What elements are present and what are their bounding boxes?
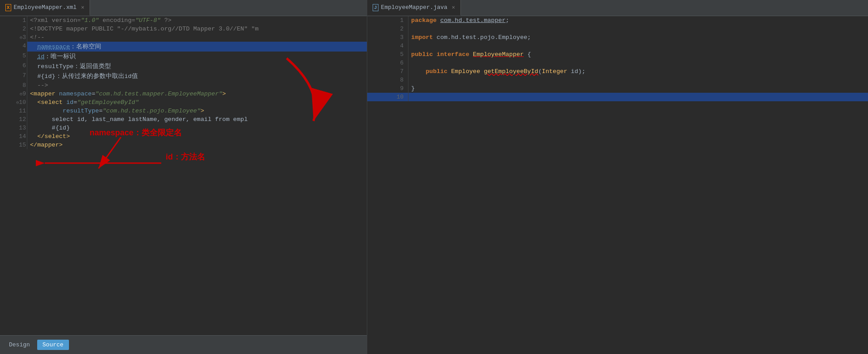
fold-gutter [18, 73, 22, 78]
fold-gutter [18, 54, 22, 59]
line-number-j7: 7 [367, 67, 408, 76]
table-row: 5 public interface EmployeeMapper { [367, 50, 868, 59]
line-content-6: resultType：返回值类型 [27, 61, 367, 71]
fold-gutter [18, 64, 22, 69]
table-row: 14 </select> [0, 132, 367, 141]
fold-gutter[interactable]: ⊖ [14, 100, 19, 105]
java-tab-bar: J EmployeeMapper.java ✕ [367, 0, 868, 16]
java-code-area[interactable]: 1 package com.hd.test.mapper; 2 3 import… [367, 16, 868, 354]
line-number-11: 11 [0, 107, 27, 115]
line-number-13: 13 [0, 124, 27, 132]
line-content-j6 [408, 59, 868, 67]
line-number-9: ⊖9 [0, 90, 27, 98]
table-row: 8 --> [0, 81, 367, 90]
line-content-8: --> [27, 81, 367, 90]
line-content-j8 [408, 76, 868, 84]
xml-editor-panel: X EmployeeMapper.xml ✕ 1 <?xml version="… [0, 0, 367, 354]
line-content-j10 [408, 93, 868, 101]
table-row: 2 [367, 25, 868, 33]
java-tab[interactable]: J EmployeeMapper.java ✕ [367, 0, 461, 16]
table-row: 9 } [367, 84, 868, 93]
line-content-j5: public interface EmployeeMapper { [408, 50, 868, 59]
line-content-12: select id, last_name lastName, gender, e… [27, 115, 367, 124]
table-row: 4 namespace：名称空间 [0, 42, 367, 52]
table-row: 5 id：唯一标识 [0, 52, 367, 61]
line-content-j4 [408, 42, 868, 50]
xml-tab[interactable]: X EmployeeMapper.xml ✕ [0, 0, 90, 16]
xml-tab-close[interactable]: ✕ [81, 4, 84, 11]
line-content-1: <?xml version="1.0" encoding="UTF-8" ?> [27, 16, 367, 25]
fold-gutter [14, 134, 19, 139]
java-tab-label: EmployeeMapper.java [381, 4, 447, 11]
line-number-j3: 3 [367, 33, 408, 42]
line-content-j9: } [408, 84, 868, 93]
fold-gutter [14, 126, 19, 131]
table-row: 2 <!DOCTYPE mapper PUBLIC "-//mybatis.or… [0, 25, 367, 33]
line-number-j2: 2 [367, 25, 408, 33]
table-row: 15 </mapper> [0, 141, 367, 149]
table-row: ⊖10 <select id="getEmployeeById" [0, 98, 367, 107]
java-code-lines: 1 package com.hd.test.mapper; 2 3 import… [367, 16, 868, 101]
line-content-5: id：唯一标识 [27, 52, 367, 61]
fold-gutter [14, 117, 19, 122]
line-number-2: 2 [0, 25, 27, 33]
id-annotation: id：方法名 [166, 151, 205, 162]
line-number-1: 1 [0, 16, 27, 25]
table-row: 7 public Employee getEmployeeById(Intege… [367, 67, 868, 76]
line-content-7: #{id}：从传过来的参数中取出id值 [27, 71, 367, 81]
line-number-15: 15 [0, 141, 27, 149]
line-content-j7: public Employee getEmployeeById(Integer … [408, 67, 868, 76]
line-number-j8: 8 [367, 76, 408, 84]
table-row: 4 [367, 42, 868, 50]
line-number-10: ⊖10 [0, 98, 27, 107]
fold-gutter [14, 109, 19, 114]
table-row: 12 select id, last_name lastName, gender… [0, 115, 367, 124]
line-number-8: 8 [0, 81, 27, 90]
design-tab[interactable]: Design [4, 340, 35, 350]
line-content-10: <select id="getEmployeeById" [27, 98, 367, 107]
line-number-6: 6 [0, 61, 27, 71]
table-row: 1 package com.hd.test.mapper; [367, 16, 868, 25]
table-row: 10 [367, 93, 868, 101]
table-row: 8 [367, 76, 868, 84]
table-row: ⊖9 <mapper namespace="com.hd.test.mapper… [0, 90, 367, 98]
line-number-j5: 5 [367, 50, 408, 59]
fold-gutter [14, 143, 19, 148]
table-row: 3 import com.hd.test.pojo.Employee; [367, 33, 868, 42]
bottom-tab-bar: Design Source [0, 335, 367, 354]
line-content-13: #{id} [27, 124, 367, 132]
table-row: 6 resultType：返回值类型 [0, 61, 367, 71]
line-number-5: 5 [0, 52, 27, 61]
table-row: 7 #{id}：从传过来的参数中取出id值 [0, 71, 367, 81]
table-row: ⊖3 <!-- [0, 33, 367, 42]
line-number-3: ⊖3 [0, 33, 27, 42]
java-tab-close[interactable]: ✕ [452, 4, 455, 11]
fold-gutter[interactable]: ⊖ [18, 35, 22, 40]
fold-gutter [18, 83, 22, 88]
line-number-j9: 9 [367, 84, 408, 93]
line-number-j10: 10 [367, 93, 408, 101]
line-number-j1: 1 [367, 16, 408, 25]
line-content-9: <mapper namespace="com.hd.test.mapper.Em… [27, 90, 367, 98]
table-row: 11 resultType="com.hd.test.pojo.Employee… [0, 107, 367, 115]
java-editor-panel: J EmployeeMapper.java ✕ 1 package com.hd… [367, 0, 868, 354]
line-number-j4: 4 [367, 42, 408, 50]
xml-file-icon: X [5, 4, 11, 11]
fold-gutter [18, 44, 22, 49]
fold-gutter[interactable]: ⊖ [18, 91, 22, 97]
line-content-j2 [408, 25, 868, 33]
line-content-2: <!DOCTYPE mapper PUBLIC "-//mybatis.org/… [27, 25, 367, 33]
line-content-j1: package com.hd.test.mapper; [408, 16, 868, 25]
line-content-15: </mapper> [27, 141, 367, 149]
line-content-3: <!-- [27, 33, 367, 42]
xml-tab-label: EmployeeMapper.xml [14, 4, 77, 11]
xml-code-lines: 1 <?xml version="1.0" encoding="UTF-8" ?… [0, 16, 367, 149]
line-content-4: namespace：名称空间 [27, 42, 367, 52]
java-file-icon: J [373, 4, 378, 11]
fold-gutter [18, 18, 22, 23]
line-content-14: </select> [27, 132, 367, 141]
line-content-j3: import com.hd.test.pojo.Employee; [408, 33, 868, 42]
source-tab[interactable]: Source [37, 340, 69, 350]
xml-code-area[interactable]: 1 <?xml version="1.0" encoding="UTF-8" ?… [0, 16, 367, 335]
fold-gutter [18, 27, 22, 32]
